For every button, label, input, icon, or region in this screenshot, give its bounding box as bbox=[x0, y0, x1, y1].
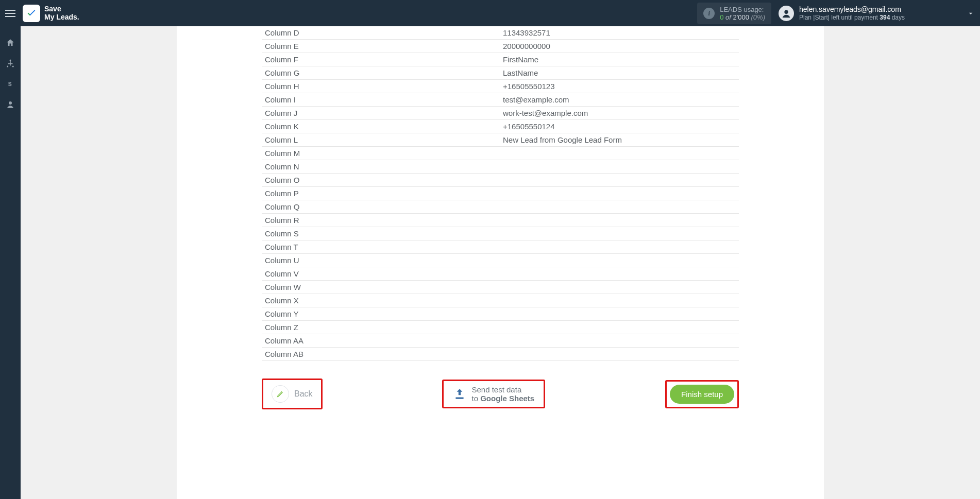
back-label: Back bbox=[294, 389, 313, 399]
column-key: Column O bbox=[262, 174, 500, 186]
column-key: Column H bbox=[262, 80, 500, 93]
column-value bbox=[500, 294, 739, 307]
column-key: Column X bbox=[262, 294, 500, 307]
table-row: Column P bbox=[262, 187, 739, 200]
table-row: Column K+16505550124 bbox=[262, 120, 739, 133]
chevron-down-icon[interactable] bbox=[967, 9, 975, 18]
wizard-footer: Back Send test data to Google Sheets bbox=[262, 378, 739, 422]
finish-setup-button[interactable]: Finish setup bbox=[670, 385, 734, 404]
pencil-icon bbox=[272, 385, 289, 403]
user-email: helen.savemyleads@gmail.com bbox=[799, 5, 905, 14]
column-value bbox=[500, 281, 739, 294]
table-row: Column W bbox=[262, 281, 739, 294]
column-value bbox=[500, 240, 739, 253]
back-button[interactable]: Back bbox=[266, 383, 318, 405]
column-value: 20000000000 bbox=[500, 40, 739, 53]
table-row: Column T bbox=[262, 240, 739, 254]
column-key: Column Z bbox=[262, 321, 500, 334]
table-row: Column R bbox=[262, 214, 739, 227]
table-row: Column GLastName bbox=[262, 66, 739, 80]
column-key: Column Y bbox=[262, 307, 500, 320]
column-value bbox=[500, 147, 739, 160]
column-key: Column AA bbox=[262, 334, 500, 347]
svg-text:$: $ bbox=[8, 80, 12, 87]
menu-toggle-icon[interactable] bbox=[5, 7, 18, 20]
column-key: Column L bbox=[262, 133, 500, 146]
user-menu[interactable]: helen.savemyleads@gmail.com Plan |Start|… bbox=[779, 5, 905, 21]
leads-total: 2'000 bbox=[733, 13, 749, 21]
column-value bbox=[500, 174, 739, 186]
info-icon: i bbox=[703, 8, 715, 19]
column-key: Column I bbox=[262, 93, 500, 106]
column-value bbox=[500, 254, 739, 267]
column-key: Column S bbox=[262, 227, 500, 240]
table-row: Column AA bbox=[262, 334, 739, 348]
column-key: Column P bbox=[262, 187, 500, 200]
column-value bbox=[500, 160, 739, 173]
table-row: Column D11343932571 bbox=[262, 26, 739, 40]
plan-prefix: Plan | bbox=[799, 14, 815, 21]
table-row: Column H+16505550123 bbox=[262, 80, 739, 93]
column-key: Column G bbox=[262, 66, 500, 79]
plan-name: Start bbox=[815, 14, 827, 21]
brand-name: Save My Leads. bbox=[44, 5, 79, 21]
column-mapping-table: Column D11343932571Column E20000000000Co… bbox=[262, 26, 739, 361]
column-value bbox=[500, 227, 739, 240]
send-test-target: Google Sheets bbox=[480, 394, 534, 403]
table-row: Column AB bbox=[262, 348, 739, 361]
column-key: Column T bbox=[262, 240, 500, 253]
leads-value-line: 0 of 2'000 (0%) bbox=[720, 13, 765, 21]
column-value: +16505550124 bbox=[500, 120, 739, 133]
leads-usage-badge[interactable]: i LEADS usage: 0 of 2'000 (0%) bbox=[697, 3, 771, 24]
column-key: Column W bbox=[262, 281, 500, 294]
leads-label: LEADS usage: bbox=[720, 6, 765, 13]
table-row: Column Z bbox=[262, 321, 739, 334]
connections-icon[interactable] bbox=[5, 58, 15, 68]
column-value: LastName bbox=[500, 66, 739, 79]
main-content: Column D11343932571Column E20000000000Co… bbox=[21, 26, 980, 499]
column-key: Column N bbox=[262, 160, 500, 173]
leads-of: of bbox=[723, 13, 733, 21]
table-row: Column V bbox=[262, 267, 739, 281]
table-row: Column N bbox=[262, 160, 739, 174]
column-value: 11343932571 bbox=[500, 26, 739, 39]
column-key: Column F bbox=[262, 53, 500, 66]
column-value: +16505550123 bbox=[500, 80, 739, 93]
column-value: New Lead from Google Lead Form bbox=[500, 133, 739, 146]
column-key: Column E bbox=[262, 40, 500, 53]
column-key: Column AB bbox=[262, 348, 500, 360]
table-row: Column E20000000000 bbox=[262, 40, 739, 53]
account-icon[interactable] bbox=[5, 99, 15, 110]
top-bar: Save My Leads. i LEADS usage: 0 of 2'000… bbox=[0, 0, 980, 26]
brand-logo[interactable] bbox=[23, 5, 40, 22]
avatar-icon bbox=[779, 6, 794, 21]
table-row: Column X bbox=[262, 294, 739, 307]
send-test-line1: Send test data bbox=[471, 385, 534, 394]
column-value bbox=[500, 321, 739, 334]
brand-line2: My Leads. bbox=[44, 13, 79, 21]
table-row: Column S bbox=[262, 227, 739, 240]
table-row: Column Itest@example.com bbox=[262, 93, 739, 107]
column-value bbox=[500, 348, 739, 360]
column-key: Column R bbox=[262, 214, 500, 227]
column-key: Column V bbox=[262, 267, 500, 280]
column-value bbox=[500, 214, 739, 227]
column-key: Column J bbox=[262, 107, 500, 119]
leads-percent: (0%) bbox=[749, 13, 765, 21]
column-value bbox=[500, 267, 739, 280]
billing-icon[interactable]: $ bbox=[5, 79, 15, 89]
brand-line1: Save bbox=[44, 5, 61, 13]
highlight-finish: Finish setup bbox=[665, 380, 739, 408]
home-icon[interactable] bbox=[5, 38, 15, 48]
send-test-data-button[interactable]: Send test data to Google Sheets bbox=[447, 384, 540, 404]
table-row: Column M bbox=[262, 147, 739, 160]
table-row: Column Q bbox=[262, 200, 739, 214]
table-row: Column FFirstName bbox=[262, 53, 739, 66]
upload-icon bbox=[453, 387, 466, 401]
table-row: Column O bbox=[262, 174, 739, 187]
plan-mid: | left until payment bbox=[828, 14, 880, 21]
column-key: Column K bbox=[262, 120, 500, 133]
send-test-prefix: to bbox=[471, 394, 480, 403]
table-row: Column Jwork-test@example.com bbox=[262, 107, 739, 120]
column-key: Column D bbox=[262, 26, 500, 39]
